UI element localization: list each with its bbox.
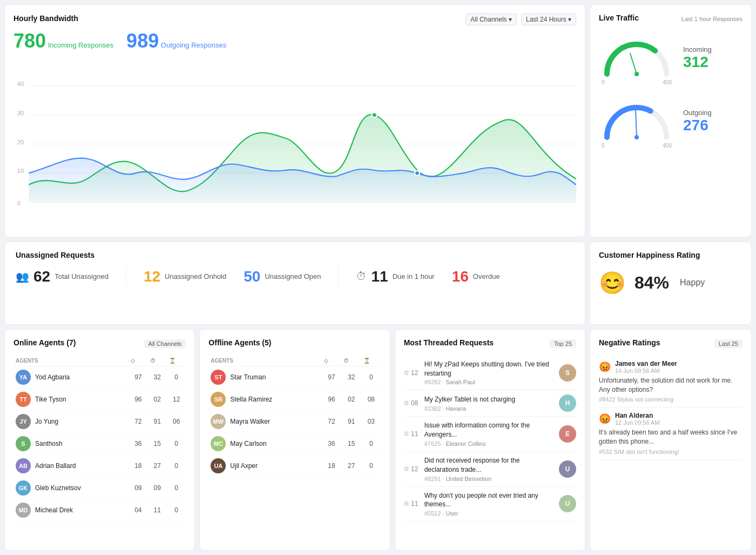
agent-name: Ujil Axper <box>230 462 258 470</box>
agent-v2: 27 <box>341 454 361 477</box>
thread-info: Issue with information coming for the Av… <box>424 421 554 447</box>
agent-v3: 0 <box>361 454 381 477</box>
ur-onhold-num: 12 <box>144 268 160 285</box>
neg-date: 14 Jun 09:56 AM <box>615 367 677 374</box>
list-item: 😡 James van der Meer 14 Jun 09:56 AM Unf… <box>599 356 742 408</box>
svg-line-38 <box>636 108 637 137</box>
agent-name: Star Truman <box>230 373 266 381</box>
svg-line-36 <box>630 54 637 74</box>
online-agents-title: Online Agents (7) <box>14 338 76 347</box>
online-agents-table: AGENTS ◇ ⏱ ⌛ YA Yod Agbaria 97 32 0 TT T… <box>14 356 186 521</box>
gauge-container: 0 400 Incoming 312 <box>599 31 742 149</box>
agent-v3: 0 <box>361 366 381 388</box>
agent-name: Mayra Walker <box>230 418 270 425</box>
thread-count: ≡ 12 <box>404 464 419 474</box>
online-agents-col3: ⏱ <box>148 356 167 366</box>
thread-lines-icon: ≡ <box>404 368 409 378</box>
neg-emoji: 😡 <box>599 361 611 373</box>
avatar: S <box>16 436 31 451</box>
agent-v2: 02 <box>148 388 167 410</box>
avatar: SR <box>211 392 226 407</box>
agent-v3: 0 <box>361 432 381 454</box>
thread-num: 12 <box>411 465 418 473</box>
outgoing-gauge-num: 276 <box>683 117 742 134</box>
thread-meta: #7625 · Eleanor Collins <box>424 440 554 447</box>
bottom-row: Online Agents (7) All Channels AGENTS ◇ … <box>4 329 752 551</box>
agent-name: Stella Ramirez <box>230 396 272 403</box>
online-agents-header: Online Agents (7) All Channels <box>14 338 186 349</box>
table-row: MD Micheal Drek 04 11 0 <box>14 499 186 521</box>
agent-v1: 72 <box>129 410 147 432</box>
avatar: MD <box>16 503 31 518</box>
thread-num: 12 <box>411 369 418 377</box>
agent-name: Adrian Ballard <box>35 462 76 470</box>
agent-v3: 0 <box>167 366 186 388</box>
thread-title: Hi! My zPad Keeps shutting down. I've tr… <box>424 360 554 378</box>
thread-avatar: H <box>559 394 576 412</box>
agent-v1: 36 <box>322 432 342 454</box>
svg-point-11 <box>415 171 420 176</box>
table-row: ST Star Truman 97 32 0 <box>208 366 381 388</box>
table-row: UA Ujil Axper 18 27 0 <box>208 454 381 477</box>
thread-lines-icon: ≡ <box>404 398 409 408</box>
online-channels-badge: All Channels <box>144 339 186 348</box>
agent-v2: 11 <box>148 499 167 521</box>
thread-avatar: U <box>559 460 576 478</box>
agent-name-cell: S Santhosh <box>14 432 129 454</box>
incoming-label: Incoming Responses <box>48 41 113 49</box>
agent-v1: 36 <box>129 432 147 454</box>
avatar: YA <box>16 370 31 385</box>
svg-text:30: 30 <box>17 110 24 116</box>
channels-dropdown[interactable]: All Channels ▾ <box>465 14 517 25</box>
avatar: JY <box>16 414 31 429</box>
agent-v3: 0 <box>167 499 186 521</box>
agent-v2: 15 <box>341 432 361 454</box>
offline-agents-card: Offline Agents (5) AGENTS ◇ ⏱ ⌛ ST Star … <box>199 329 390 551</box>
online-agents-col4: ⌛ <box>167 356 186 366</box>
hourly-bandwidth-title: Hourly Bandwidth <box>14 14 78 23</box>
clock-icon: ⏱ <box>356 270 367 283</box>
hb-controls: All Channels ▾ Last 24 Hours ▾ <box>465 14 576 25</box>
happiness-label: Happy <box>680 278 705 287</box>
ur-overdue-num: 16 <box>452 268 469 285</box>
ur-open: 50 Unassigned Open <box>244 268 321 285</box>
online-agents-card: Online Agents (7) All Channels AGENTS ◇ … <box>4 329 195 551</box>
incoming-stat: 780 Incoming Responses <box>14 30 113 52</box>
time-dropdown[interactable]: Last 24 Hours ▾ <box>521 14 576 25</box>
unassigned-requests-card: Unassigned Requests 👥 62 Total Unassigne… <box>4 242 585 325</box>
thread-agent: Havana <box>446 405 466 412</box>
avatar: AB <box>16 458 31 473</box>
thread-info: Hi! My zPad Keeps shutting down. I've tr… <box>424 360 554 386</box>
agent-name-cell: AB Adrian Ballard <box>14 454 129 477</box>
list-item: 😡 Han Alderan 12 Jun 09:56 AM It's alrea… <box>599 407 742 460</box>
agent-v1: 97 <box>129 366 147 388</box>
neg-title: Negative Ratings <box>599 338 660 347</box>
ur-divider-2 <box>338 266 339 287</box>
threaded-badge: Top 25 <box>550 339 576 348</box>
agent-v1: 18 <box>322 454 342 477</box>
thread-agent: United Bennetion <box>446 476 491 482</box>
avatar: UA <box>211 458 226 473</box>
agent-name: Santhosh <box>35 440 63 447</box>
agent-v3: 0 <box>167 454 186 477</box>
thread-num: 08 <box>411 399 418 407</box>
agent-v2: 91 <box>148 410 167 432</box>
ch-content: 😊 84% Happy <box>599 270 742 296</box>
neg-emoji: 😡 <box>599 413 611 425</box>
agent-v1: 96 <box>322 388 342 410</box>
list-item: ≡ 12 Did not received response for the d… <box>404 452 576 487</box>
svg-point-37 <box>634 72 639 76</box>
ur-overdue: 16 Overdue <box>452 268 500 285</box>
neg-name: Han Alderan <box>615 412 660 419</box>
thread-count: ≡ 11 <box>404 429 419 439</box>
customer-happiness-title: Customer Happiness Rating <box>599 251 700 259</box>
svg-text:10: 10 <box>17 168 24 175</box>
unassigned-title: Unassigned Requests <box>16 251 94 259</box>
ur-onhold: 12 Unassigned Onhold <box>144 268 226 285</box>
people-icon: 👥 <box>16 270 29 283</box>
agent-name-cell: MC May Carlson <box>208 432 321 454</box>
outgoing-gauge-title: Outgoing <box>683 109 742 117</box>
svg-text:0: 0 <box>17 200 21 206</box>
ur-open-num: 50 <box>244 268 260 285</box>
thread-meta: #5512 · User <box>424 510 554 517</box>
